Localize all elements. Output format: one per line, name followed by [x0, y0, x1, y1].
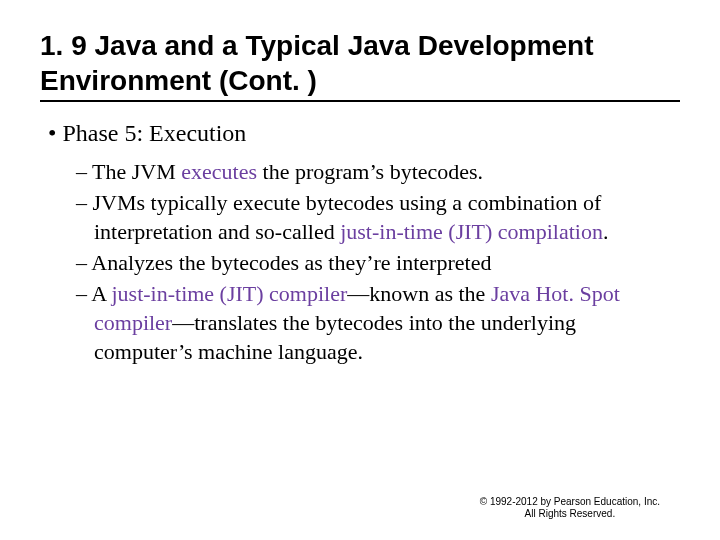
- sub-bullet-list: – The JVM executes the program’s bytecod…: [76, 157, 680, 366]
- text: .: [603, 219, 609, 244]
- copyright-footer: © 1992-2012 by Pearson Education, Inc. A…: [480, 496, 660, 520]
- sub-bullet-3: – Analyzes the bytecodes as they’re inte…: [76, 248, 680, 277]
- text: – A: [76, 281, 111, 306]
- keyword-jit-compiler: just-in-time (JIT) compiler: [111, 281, 347, 306]
- sub-bullet-4: – A just-in-time (JIT) compiler—known as…: [76, 279, 680, 366]
- keyword-jit-compilation: just-in-time (JIT) compilation: [340, 219, 603, 244]
- bullet-phase5: • Phase 5: Execution: [48, 120, 680, 147]
- sub-bullet-2: – JVMs typically execute bytecodes using…: [76, 188, 680, 246]
- sub-bullet-1: – The JVM executes the program’s bytecod…: [76, 157, 680, 186]
- text: – The JVM: [76, 159, 181, 184]
- copyright-line1: © 1992-2012 by Pearson Education, Inc.: [480, 496, 660, 508]
- text: —known as the: [347, 281, 491, 306]
- text: the program’s bytecodes.: [257, 159, 483, 184]
- slide-title: 1. 9 Java and a Typical Java Development…: [40, 28, 680, 102]
- keyword-executes: executes: [181, 159, 257, 184]
- copyright-line2: All Rights Reserved.: [480, 508, 660, 520]
- slide: 1. 9 Java and a Typical Java Development…: [0, 0, 720, 540]
